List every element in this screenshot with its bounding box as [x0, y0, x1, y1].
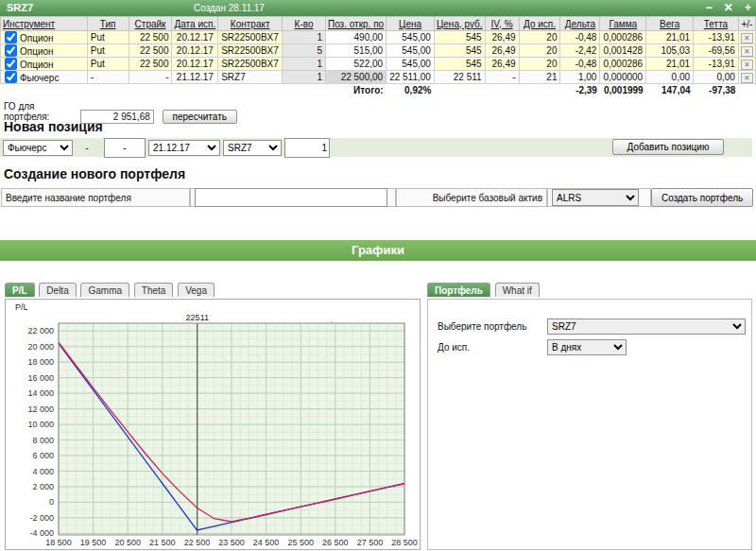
column-header-3[interactable]: Дата исп. [172, 17, 218, 31]
column-header-6[interactable]: Поз. откр. по [325, 17, 386, 31]
tab-vega[interactable]: Vega [178, 283, 215, 297]
position-row: Фьючерс--21.12.17SRZ7122 500,0022 511,00… [1, 71, 756, 84]
base-asset-select[interactable]: ALRS [552, 189, 639, 206]
instrument-label: Опцион [20, 46, 54, 57]
cell-qty[interactable]: 1 [283, 58, 326, 71]
delete-position-button[interactable]: ✕ [741, 60, 753, 70]
tab-pl[interactable]: P/L [5, 283, 35, 297]
new-position-heading: Новая позиция [4, 119, 103, 134]
tab-whatif[interactable]: What if [495, 283, 540, 297]
recalc-button[interactable]: пересчитать [163, 110, 237, 124]
svg-text:28 500: 28 500 [391, 538, 418, 547]
cell-vega: 0,00 [646, 71, 694, 84]
svg-text:6 000: 6 000 [32, 451, 54, 460]
dte-select[interactable]: В днях [547, 339, 627, 355]
cell-iv: - [485, 71, 519, 84]
portfolio-select-label: Выберите портфель [438, 321, 526, 332]
base-asset-label: Выберите базовый актив [396, 188, 547, 207]
close-icon[interactable]: ✕ [724, 1, 733, 14]
add-portfolio-icon[interactable]: + [745, 1, 751, 14]
cell-gamma: 0,000286 [600, 31, 646, 44]
cell-exp_date: 20.12.17 [172, 58, 218, 71]
portfolio-name-input[interactable] [195, 188, 387, 207]
cell-price[interactable]: 545,00 [387, 44, 435, 58]
svg-text:19 500: 19 500 [80, 538, 107, 547]
cell-open[interactable]: 22 500,00 [325, 71, 386, 84]
charts-section-title: Графики [0, 240, 756, 261]
position-checkbox[interactable] [5, 31, 17, 43]
cell-open[interactable]: 522,00 [325, 58, 386, 71]
cell-contract: SR22500BX7 [218, 31, 283, 44]
column-header-2[interactable]: Страйк [129, 17, 172, 31]
column-header-10[interactable]: До исп. [519, 17, 560, 31]
cell-exp_date: 21.12.17 [172, 71, 218, 84]
cell-strike: - [129, 71, 172, 84]
totals-vega: 147,04 [646, 84, 694, 97]
positions-table: ИнструментТипСтрайкДата исп.КонтрактК-во… [0, 16, 756, 96]
svg-text:18 000: 18 000 [27, 357, 54, 367]
cell-strike: 22 500 [129, 58, 172, 71]
position-checkbox[interactable] [5, 71, 17, 83]
tab-gamma[interactable]: Gamma [80, 283, 129, 297]
minimize-icon[interactable]: − [706, 1, 713, 14]
svg-text:10 000: 10 000 [27, 420, 54, 429]
svg-text:24 500: 24 500 [253, 538, 280, 547]
column-toggle-header[interactable]: +/- [738, 17, 755, 31]
cell-dte: 20 [519, 31, 560, 44]
contract-select[interactable]: SRZ7 [223, 140, 282, 156]
cell-instrument: Опцион [1, 44, 88, 58]
create-portfolio-button[interactable]: Создать портфель [651, 188, 753, 207]
column-header-8[interactable]: Цена, руб. [434, 17, 485, 31]
position-row: ОпционPut22 50020.12.17SR22500BX75515,00… [1, 44, 756, 58]
cell-delete: ✕ [738, 31, 755, 44]
quantity-input[interactable] [284, 138, 330, 158]
delete-position-button[interactable]: ✕ [741, 33, 753, 43]
totals-label: Итого: [325, 84, 386, 97]
svg-text:4 000: 4 000 [32, 467, 54, 476]
portfolio-panel: Выберите портфель SRZ7 До исп. В днях [427, 299, 752, 550]
column-header-14[interactable]: Тетта [694, 17, 739, 31]
add-position-button[interactable]: Добавить позицию [612, 139, 724, 155]
cell-qty[interactable]: 1 [283, 31, 326, 44]
portfolio-select[interactable]: SRZ7 [547, 319, 746, 335]
column-header-9[interactable]: IV, % [485, 17, 519, 31]
cell-exp_date: 20.12.17 [172, 31, 218, 44]
svg-text:2 000: 2 000 [32, 482, 54, 491]
position-checkbox[interactable] [5, 58, 17, 70]
cell-vega: 21,01 [646, 31, 694, 44]
expiry-select[interactable]: 21.12.17 [148, 140, 220, 156]
cell-open[interactable]: 490,00 [325, 31, 386, 44]
delete-position-button[interactable]: ✕ [741, 46, 753, 57]
cell-price_rub: 545 [434, 31, 485, 44]
cell-dte: 20 [519, 44, 560, 58]
cell-price[interactable]: 545,00 [387, 31, 435, 44]
position-checkbox[interactable] [5, 44, 17, 57]
tab-portfolio[interactable]: Портфель [427, 283, 490, 297]
cell-price[interactable]: 545,00 [387, 58, 435, 71]
cell-gamma: 0,000286 [600, 58, 646, 71]
column-header-0[interactable]: Инструмент [1, 17, 88, 31]
cell-theta: -13,91 [694, 58, 739, 71]
cell-qty[interactable]: 5 [283, 44, 326, 58]
cell-dte: 21 [519, 71, 560, 84]
svg-text:0: 0 [49, 497, 54, 507]
cell-open[interactable]: 515,00 [325, 44, 386, 58]
tab-theta[interactable]: Theta [134, 283, 174, 297]
column-header-13[interactable]: Вега [646, 17, 694, 31]
column-header-12[interactable]: Гамма [600, 17, 646, 31]
cell-exp_date: 20.12.17 [172, 44, 218, 58]
tab-delta[interactable]: Delta [39, 283, 76, 297]
delete-position-button[interactable]: ✕ [741, 73, 753, 83]
column-header-1[interactable]: Тип [87, 17, 129, 31]
cell-qty[interactable]: 1 [283, 71, 326, 84]
cell-delete: ✕ [738, 44, 755, 58]
svg-text:26 500: 26 500 [322, 538, 349, 547]
column-header-11[interactable]: Дельта [560, 17, 600, 31]
cell-price[interactable]: 22 511,00 [387, 71, 435, 84]
strike-input[interactable] [104, 138, 146, 158]
column-header-7[interactable]: Цена [387, 17, 435, 31]
cell-contract: SR22500BX7 [218, 44, 283, 58]
column-header-4[interactable]: Контракт [218, 17, 283, 31]
instrument-select[interactable]: Фьючерс [3, 140, 73, 156]
column-header-5[interactable]: К-во [283, 17, 326, 31]
